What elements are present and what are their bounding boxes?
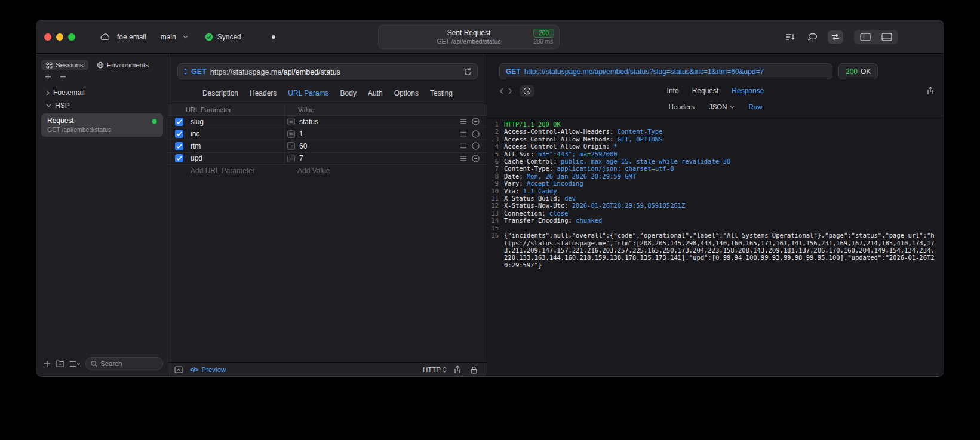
param-row[interactable]: rtm = 60: [168, 140, 487, 153]
refresh-icon[interactable]: [464, 67, 472, 76]
sidebar-search[interactable]: [85, 357, 163, 370]
request-url-host[interactable]: https://statuspage.me: [210, 68, 282, 76]
summary-title: Sent Request: [447, 29, 491, 38]
tab-headers[interactable]: Headers: [250, 89, 277, 97]
add-param-name-placeholder[interactable]: Add URL Parameter: [168, 167, 284, 175]
toolbar-sort-icon[interactable]: [782, 30, 798, 44]
param-name[interactable]: slug: [191, 118, 204, 126]
subtab-raw[interactable]: Raw: [749, 103, 763, 110]
param-row[interactable]: inc = 1: [168, 128, 487, 141]
tree-group-foe-email[interactable]: Foe.email: [40, 86, 164, 99]
sidebar-tab-environments[interactable]: Environments: [92, 60, 153, 70]
protocol-selector[interactable]: HTTP: [423, 366, 447, 373]
sidebar-tab-sessions[interactable]: Sessions: [41, 60, 88, 70]
panel-toggle-group: [854, 30, 898, 44]
close-window-button[interactable]: [44, 33, 51, 41]
subtab-headers[interactable]: Headers: [668, 103, 694, 110]
remove-param-icon[interactable]: [472, 118, 480, 125]
view-options-icon[interactable]: [69, 361, 81, 367]
request-url-bar[interactable]: GET https://statuspage.me/api/embed/stat…: [177, 63, 478, 79]
search-icon: [91, 361, 97, 367]
export-response-icon[interactable]: [927, 87, 934, 95]
expand-panel-icon[interactable]: [172, 364, 185, 376]
param-name[interactable]: rtm: [191, 142, 201, 150]
sent-request-url[interactable]: GET https://statuspage.me/api/embed/stat…: [499, 63, 832, 79]
search-input[interactable]: [100, 360, 158, 367]
project-name[interactable]: foe.email: [117, 33, 146, 41]
param-value[interactable]: status: [299, 118, 318, 126]
response-line: 15: [487, 224, 935, 232]
subtab-json[interactable]: JSON: [709, 103, 735, 110]
tab-response[interactable]: Response: [732, 87, 764, 95]
toolbar-lasso-icon[interactable]: [805, 30, 821, 44]
sent-request-summary[interactable]: Sent Request GET /api/embed/status 200 2…: [378, 25, 560, 49]
tab-auth[interactable]: Auth: [368, 89, 383, 97]
response-view-subtabs: Headers JSON Raw: [487, 99, 944, 116]
request-editor-panel: GET https://statuspage.me/api/embed/stat…: [168, 54, 487, 376]
param-checkbox[interactable]: [175, 130, 183, 138]
reorder-handle-icon[interactable]: [460, 119, 467, 124]
toolbar-transfer-icon[interactable]: [828, 30, 843, 44]
param-value[interactable]: 7: [299, 154, 303, 162]
remove-param-icon[interactable]: [472, 155, 480, 162]
response-status-box: 200 OK: [838, 63, 878, 79]
add-item-icon[interactable]: [45, 73, 51, 80]
remove-param-icon[interactable]: [472, 130, 480, 138]
params-header: URL Parameter Value: [168, 104, 487, 116]
tab-body[interactable]: Body: [340, 89, 357, 97]
request-method[interactable]: GET: [191, 67, 207, 76]
chevron-down-icon[interactable]: [180, 33, 191, 41]
method-stepper-icon[interactable]: [183, 68, 188, 75]
reorder-handle-icon[interactable]: [460, 131, 467, 137]
tab-request[interactable]: Request: [692, 87, 719, 95]
add-param-value-placeholder[interactable]: Add Value: [284, 167, 487, 175]
preview-button[interactable]: </> Preview: [190, 366, 226, 373]
chevron-right-icon[interactable]: [46, 90, 50, 96]
chevron-down-icon[interactable]: [46, 104, 51, 107]
remove-param-icon[interactable]: [472, 142, 480, 150]
param-name[interactable]: upd: [191, 154, 202, 162]
history-forward-icon[interactable]: [506, 88, 515, 94]
param-row[interactable]: upd = 7: [168, 153, 487, 165]
tab-testing[interactable]: Testing: [430, 89, 453, 97]
params-rows: slug = status inc = 1: [168, 116, 487, 165]
remove-item-icon[interactable]: [60, 73, 66, 80]
zoom-window-button[interactable]: [68, 33, 75, 41]
equals-badge: =: [287, 142, 295, 150]
tab-info[interactable]: Info: [667, 87, 679, 95]
param-checkbox[interactable]: [175, 142, 183, 150]
history-clock-icon[interactable]: [520, 85, 534, 97]
history-back-icon[interactable]: [497, 88, 506, 94]
chevron-down-icon: [730, 106, 735, 109]
response-method: GET: [506, 67, 521, 76]
tab-url-params[interactable]: URL Params: [288, 89, 328, 97]
lock-icon[interactable]: [468, 364, 480, 376]
tab-description[interactable]: Description: [202, 89, 238, 97]
branch-name[interactable]: main: [161, 33, 176, 41]
share-icon[interactable]: [451, 363, 463, 376]
tree-group-hsp[interactable]: HSP: [40, 99, 164, 112]
toggle-sidebar-icon[interactable]: [856, 32, 874, 42]
equals-badge: =: [287, 130, 295, 138]
response-line: 14Transfer-Encoding: chunked: [487, 217, 935, 224]
param-checkbox[interactable]: [175, 154, 183, 162]
add-request-icon[interactable]: [44, 360, 51, 367]
response-line: 1HTTP/1.1 200 OK: [487, 121, 935, 128]
toggle-bottom-panel-icon[interactable]: [878, 32, 896, 42]
param-value[interactable]: 60: [299, 142, 307, 150]
sidebar-item-request[interactable]: Request GET /api/embed/status: [41, 113, 163, 137]
request-url-path[interactable]: /api/embed/status: [281, 68, 340, 76]
param-name[interactable]: inc: [191, 130, 199, 138]
minimize-window-button[interactable]: [56, 33, 63, 41]
response-panel: GET https://statuspage.me/api/embed/stat…: [487, 54, 944, 376]
response-line: 8Date: Mon, 26 Jan 2026 20:29:59 GMT: [487, 173, 935, 180]
reorder-handle-icon[interactable]: [460, 156, 467, 161]
new-folder-icon[interactable]: [56, 360, 64, 367]
tab-options[interactable]: Options: [394, 89, 419, 97]
reorder-handle-icon[interactable]: [460, 143, 467, 149]
add-param-row[interactable]: Add URL Parameter Add Value: [168, 165, 487, 177]
response-body[interactable]: 1HTTP/1.1 200 OK2Access-Control-Allow-He…: [487, 116, 944, 376]
param-checkbox[interactable]: [175, 118, 183, 126]
param-row[interactable]: slug = status: [168, 116, 487, 128]
param-value[interactable]: 1: [299, 130, 303, 138]
